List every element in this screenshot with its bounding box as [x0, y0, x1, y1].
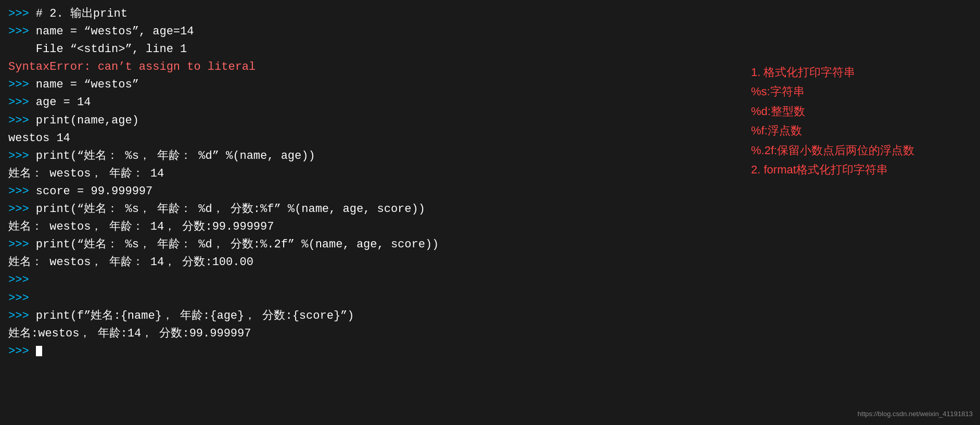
prompt-symbol: >>> — [8, 185, 36, 198]
prompt-symbol: >>> — [8, 309, 36, 322]
line-3: File “<stdin>”, line 1 — [8, 41, 512, 58]
prompt-symbol: >>> — [8, 273, 29, 286]
sidebar-text: %s:字符串 — [751, 85, 805, 98]
sidebar-item-1: 1. 格式化打印字符串 — [751, 63, 970, 82]
line-text: File “<stdin>”, line 1 — [8, 43, 187, 56]
line-text: # 2. 输出print — [36, 7, 128, 20]
line-text: 姓名:westos， 年龄:14， 分数:99.999997 — [8, 327, 251, 340]
line-text: print(f”姓名:{name}， 年龄:{age}， 分数:{score}”… — [36, 309, 354, 322]
sidebar-notes: 1. 格式化打印字符串 %s:字符串 %d:整型数 %f:浮点数 %.2f:保留… — [751, 63, 970, 179]
sidebar-item-2: %s:字符串 — [751, 82, 970, 101]
line-1: >>> # 2. 输出print — [8, 5, 512, 23]
sidebar-item-5: %.2f:保留小数点后两位的浮点数 — [751, 141, 970, 160]
prompt-symbol: >>> — [8, 78, 36, 91]
line-12: >>> print(“姓名： %s， 年龄： %d， 分数:%f” %(name… — [8, 201, 512, 218]
line-5: >>> name = “westos” — [8, 76, 512, 94]
prompt-symbol: >>> — [8, 238, 36, 251]
line-16: >>> — [8, 271, 512, 289]
line-text: SyntaxError: can’t assign to literal — [8, 60, 256, 73]
line-7: >>> print(name,age) — [8, 112, 512, 130]
sidebar-item-6: 2. format格式化打印字符串 — [751, 160, 970, 179]
sidebar-text: %f:浮点数 — [751, 124, 802, 137]
line-text: score = 99.999997 — [36, 185, 152, 198]
terminal: >>> # 2. 输出print >>> name = “westos”, ag… — [0, 0, 520, 425]
watermark-text: https://blog.csdn.net/weixin_41191813 — [858, 410, 973, 418]
line-text: 姓名： westos， 年龄： 14， 分数:99.999997 — [8, 220, 274, 233]
line-18: >>> print(f”姓名:{name}， 年龄:{age}， 分数:{sco… — [8, 307, 512, 325]
sidebar-text: 1. 格式化打印字符串 — [751, 66, 855, 79]
line-19: 姓名:westos， 年龄:14， 分数:99.999997 — [8, 325, 512, 343]
line-2: >>> name = “westos”, age=14 — [8, 23, 512, 41]
sidebar-text: 2. format格式化打印字符串 — [751, 163, 888, 176]
line-text: print(“姓名： %s， 年龄： %d， 分数:%f” %(name, ag… — [36, 203, 425, 216]
line-9: >>> print(“姓名： %s， 年龄： %d” %(name, age)) — [8, 147, 512, 165]
prompt-symbol: >>> — [8, 149, 36, 162]
line-15: 姓名： westos， 年龄： 14， 分数:100.00 — [8, 254, 512, 271]
line-10: 姓名： westos， 年龄： 14 — [8, 165, 512, 183]
prompt-symbol: >>> — [8, 7, 36, 20]
line-text: age = 14 — [36, 96, 91, 109]
line-text: print(“姓名： %s， 年龄： %d” %(name, age)) — [36, 149, 315, 162]
prompt-symbol: >>> — [8, 96, 36, 109]
prompt-symbol: >>> — [8, 345, 36, 358]
line-text: name = “westos”, age=14 — [36, 25, 194, 38]
line-17: >>> — [8, 290, 512, 307]
sidebar-item-4: %f:浮点数 — [751, 121, 970, 140]
line-text: name = “westos” — [36, 78, 139, 91]
prompt-symbol: >>> — [8, 114, 36, 127]
line-text: print(“姓名： %s， 年龄： %d， 分数:%.2f” %(name, … — [36, 238, 439, 251]
line-text: print(name,age) — [36, 114, 139, 127]
line-14: >>> print(“姓名： %s， 年龄： %d， 分数:%.2f” %(na… — [8, 236, 512, 254]
prompt-symbol: >>> — [8, 203, 36, 216]
line-text: 姓名： westos， 年龄： 14 — [8, 167, 164, 180]
line-13: 姓名： westos， 年龄： 14， 分数:99.999997 — [8, 218, 512, 236]
line-text: 姓名： westos， 年龄： 14， 分数:100.00 — [8, 256, 253, 269]
watermark: https://blog.csdn.net/weixin_41191813 — [858, 410, 973, 418]
line-text: westos 14 — [8, 132, 70, 145]
cursor — [36, 346, 42, 356]
line-11: >>> score = 99.999997 — [8, 183, 512, 201]
sidebar-text: %d:整型数 — [751, 105, 805, 118]
sidebar-item-3: %d:整型数 — [751, 102, 970, 121]
line-4-error: SyntaxError: can’t assign to literal — [8, 58, 512, 76]
prompt-symbol: >>> — [8, 292, 29, 305]
line-8: westos 14 — [8, 130, 512, 147]
prompt-symbol: >>> — [8, 25, 36, 38]
sidebar-text: %.2f:保留小数点后两位的浮点数 — [751, 144, 914, 157]
line-6: >>> age = 14 — [8, 94, 512, 111]
line-20: >>> — [8, 343, 512, 360]
